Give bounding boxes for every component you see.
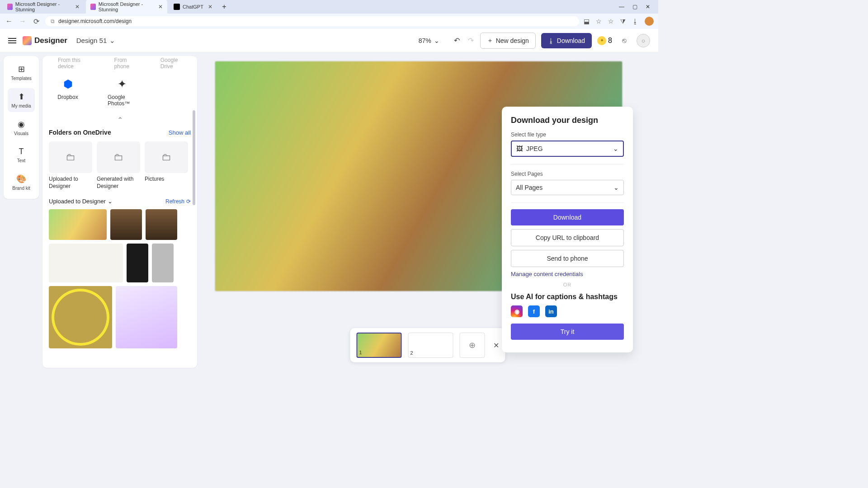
facebook-icon[interactable]: f <box>528 305 540 317</box>
side-rail: ⊞ Templates ⬆ My media ◉ Visuals T Text … <box>4 56 39 199</box>
app-header: Designer Design 51 ⌄ 87% ⌄ ↶ ↷ ＋ New des… <box>0 29 658 52</box>
content-credentials-link[interactable]: Manage content credentials <box>511 271 624 277</box>
folder-icon: 🗀 <box>66 151 75 163</box>
rail-label: Brand kit <box>12 186 30 191</box>
profile-avatar-icon[interactable] <box>645 17 654 26</box>
bookmark-icon[interactable]: ☆ <box>608 18 614 25</box>
provider-dropbox[interactable]: ⬢ Dropbox <box>53 77 82 107</box>
site-info-icon[interactable]: ⧉ <box>51 18 55 24</box>
scrollbar-thumb[interactable] <box>193 110 195 205</box>
tab-title: Microsoft Designer - Stunning <box>15 1 71 12</box>
media-thumb[interactable] <box>49 209 107 240</box>
downloads-icon[interactable]: ⭳ <box>632 18 638 25</box>
page-number: 2 <box>410 350 413 356</box>
header-right: ＋ New design ⭳ Download ✦ 8 ⎋ ○ <box>480 33 650 49</box>
menu-button[interactable] <box>8 38 16 43</box>
minimize-icon[interactable]: — <box>619 4 624 10</box>
browser-tab[interactable]: Microsoft Designer - Stunning ✕ <box>3 0 84 14</box>
upload-from-device[interactable]: From this device <box>58 57 96 70</box>
refresh-button[interactable]: Refresh ⟳ <box>165 198 191 205</box>
media-thumb[interactable] <box>152 244 174 282</box>
rail-templates[interactable]: ⊞ Templates <box>8 61 35 84</box>
chevron-down-icon: ⌄ <box>434 37 439 44</box>
media-thumb[interactable] <box>49 244 123 282</box>
link-icon[interactable]: ⎋ <box>618 34 631 47</box>
close-strip-button[interactable]: ✕ <box>493 341 499 350</box>
extensions-icon[interactable]: ⧩ <box>620 18 626 25</box>
collapse-button[interactable]: ⌃ <box>49 114 191 126</box>
add-page-button[interactable]: ⊕ <box>460 333 485 358</box>
media-thumb[interactable] <box>110 209 142 240</box>
download-icon: ⭳ <box>548 37 554 44</box>
rail-label: Templates <box>11 76 32 81</box>
brand-text: Designer <box>34 36 67 45</box>
refresh-label: Refresh <box>165 198 184 205</box>
credits-counter[interactable]: ✦ 8 <box>597 36 612 45</box>
download-button[interactable]: ⭳ Download <box>541 33 592 48</box>
folders-section-head: Folders on OneDrive Show all <box>49 126 191 139</box>
folder-item[interactable]: 🗀 Uploaded to Designer <box>49 141 92 190</box>
coin-icon: ✦ <box>597 36 606 45</box>
new-design-button[interactable]: ＋ New design <box>480 33 536 49</box>
design-title-dropdown[interactable]: Design 51 ⌄ <box>76 37 116 45</box>
back-icon[interactable]: ← <box>5 17 14 25</box>
close-window-icon[interactable]: ✕ <box>646 4 650 10</box>
palette-icon: 🎨 <box>16 174 26 184</box>
window-controls: — ▢ ✕ <box>619 4 656 10</box>
url-input[interactable]: ⧉ designer.microsoft.com/design <box>45 16 579 26</box>
page-thumbnail[interactable]: 1 <box>357 333 402 358</box>
browser-tab[interactable]: ChatGPT ✕ <box>169 2 217 12</box>
uploaded-title-dropdown[interactable]: Uploaded to Designer ⌄ <box>49 198 113 205</box>
close-icon[interactable]: ✕ <box>75 4 80 10</box>
rail-visuals[interactable]: ◉ Visuals <box>8 116 35 140</box>
reload-icon[interactable]: ⟳ <box>32 17 41 26</box>
folder-item[interactable]: 🗀 Generated with Designer <box>97 141 140 190</box>
provider-google-photos[interactable]: ✦ Google Photos™ <box>108 77 137 107</box>
copy-url-button[interactable]: Copy URL to clipboard <box>511 229 624 246</box>
chevron-up-icon: ⌃ <box>117 116 123 124</box>
folder-label: Uploaded to Designer <box>49 176 92 190</box>
brand-badge-icon <box>23 36 32 45</box>
close-icon[interactable]: ✕ <box>208 4 212 10</box>
new-tab-button[interactable]: + <box>219 3 230 11</box>
undo-redo-group: ↶ ↷ <box>454 36 474 45</box>
send-to-phone-button[interactable]: Send to phone <box>511 250 624 267</box>
folder-item[interactable]: 🗀 Pictures <box>145 141 188 190</box>
browser-tab[interactable]: Microsoft Designer - Stunning ✕ <box>86 0 167 14</box>
media-thumb[interactable] <box>116 286 177 348</box>
rail-text[interactable]: T Text <box>8 143 35 167</box>
maximize-icon[interactable]: ▢ <box>632 4 637 10</box>
upload-from-phone[interactable]: From phone <box>114 57 142 70</box>
upload-google-drive[interactable]: Google Drive <box>160 57 191 70</box>
forward-icon: → <box>18 17 27 25</box>
or-divider: OR <box>511 282 624 287</box>
account-avatar[interactable]: ○ <box>637 34 650 47</box>
undo-icon[interactable]: ↶ <box>454 36 460 45</box>
folder-grid: 🗀 Uploaded to Designer 🗀 Generated with … <box>49 141 191 190</box>
instagram-icon[interactable]: ◉ <box>511 305 523 317</box>
install-icon[interactable]: ⬓ <box>584 18 590 25</box>
zoom-value: 87% <box>419 37 431 44</box>
download-action-button[interactable]: Download <box>511 209 624 225</box>
media-thumb[interactable] <box>49 286 112 348</box>
provider-label: Google Photos™ <box>108 94 137 107</box>
thumbnail-grid <box>49 209 191 348</box>
show-all-link[interactable]: Show all <box>169 129 191 136</box>
zoom-dropdown[interactable]: 87% ⌄ <box>419 37 439 44</box>
favicon-chatgpt-icon <box>174 4 180 10</box>
filetype-select[interactable]: 🖼 JPEG ⌄ <box>511 141 624 157</box>
media-thumb[interactable] <box>127 244 148 282</box>
close-icon[interactable]: ✕ <box>158 4 163 10</box>
share-icon[interactable]: ☆ <box>596 18 602 25</box>
rail-my-media[interactable]: ⬆ My media <box>8 88 35 112</box>
rail-brand-kit[interactable]: 🎨 Brand kit <box>8 170 35 194</box>
folders-title: Folders on OneDrive <box>49 129 111 136</box>
linkedin-icon[interactable]: in <box>545 305 557 317</box>
try-it-button[interactable]: Try it <box>511 324 624 340</box>
media-thumb[interactable] <box>146 209 177 240</box>
pages-select[interactable]: All Pages ⌄ <box>511 180 624 195</box>
design-title-text: Design 51 <box>76 37 107 44</box>
brand-logo[interactable]: Designer <box>23 36 67 45</box>
page-thumbnail[interactable]: 2 <box>408 333 453 358</box>
pages-value: All Pages <box>516 184 542 191</box>
